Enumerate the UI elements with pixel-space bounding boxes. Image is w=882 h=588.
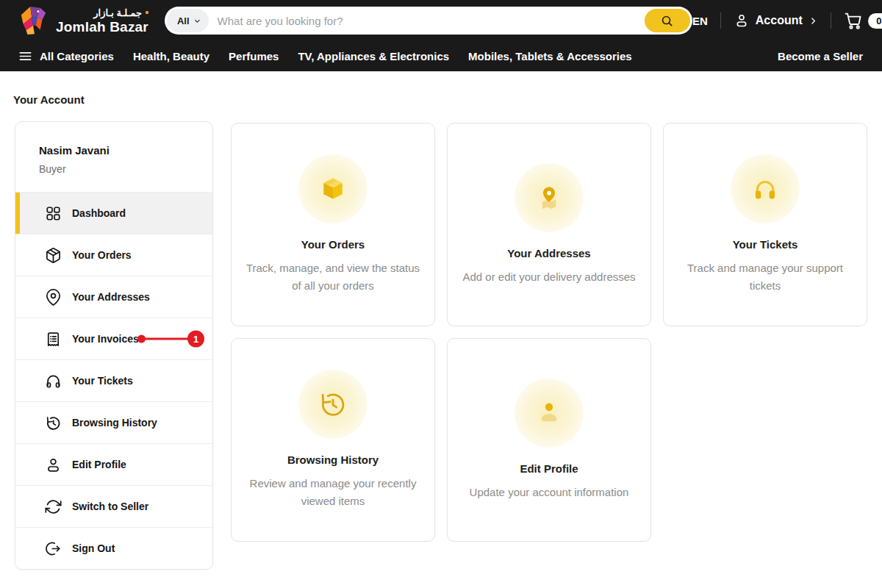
sidebar-item-label: Sign Out (72, 542, 115, 554)
user-icon (45, 456, 62, 473)
grid-icon (45, 205, 62, 222)
account-label: Account (756, 14, 803, 27)
sidebar-item-dashboard[interactable]: Dashboard (15, 192, 212, 234)
sidebar-item-your-tickets[interactable]: Your Tickets (15, 359, 212, 401)
card-description: Update your account information (470, 484, 629, 501)
card-title: Edit Profile (520, 462, 578, 475)
card-description: Track and manage your support tickets (675, 259, 855, 295)
sidebar-item-browsing-history[interactable]: Browsing History (15, 401, 212, 443)
person-icon (734, 12, 750, 29)
sidebar-item-sign-out[interactable]: Sign Out (15, 527, 212, 569)
header-right: EN Account 0 (692, 11, 882, 30)
icon-glow (514, 379, 584, 448)
annotation-line (144, 337, 189, 340)
sign-out-icon (45, 540, 62, 557)
breadcrumb: Your Account (0, 71, 882, 121)
card-title: Browsing History (287, 453, 379, 466)
sidebar-item-label: Dashboard (72, 207, 126, 219)
search-bar: All (165, 7, 692, 35)
card-edit-profile[interactable]: Edit ProfileUpdate your account informat… (447, 338, 651, 542)
annotation-marker: 1 (137, 331, 204, 348)
profile-person-icon (533, 397, 565, 429)
brand-latin-text: Jomlah Bazar (56, 20, 148, 34)
nav-link-health-beauty[interactable]: Health, Beauty (133, 50, 209, 62)
language-switcher[interactable]: EN (692, 15, 708, 27)
sidebar-item-label: Your Tickets (72, 375, 133, 387)
header: جمـلـة بـازار Jomlah Bazar All EN Accoun… (0, 0, 882, 41)
chevron-down-icon (193, 17, 201, 25)
nav-all-categories[interactable]: All Categories (18, 49, 114, 63)
card-your-orders[interactable]: Your OrdersTrack, manage, and view the s… (231, 123, 435, 326)
account-sidebar: Nasim Javani Buyer DashboardYour OrdersY… (15, 121, 213, 570)
sidebar-item-label: Your Orders (72, 249, 132, 261)
chevron-right-icon (808, 16, 818, 26)
brand-arabic-text: جمـلـة بـازار (56, 8, 148, 18)
user-role: Buyer (39, 163, 189, 175)
card-your-tickets[interactable]: Your TicketsTrack and manage your suppor… (663, 123, 867, 326)
headphones-icon (45, 373, 62, 390)
card-title: Your Addresses (507, 247, 590, 259)
search-button[interactable] (645, 9, 690, 32)
dashboard-cards: Your OrdersTrack, manage, and view the s… (231, 123, 867, 542)
headset-icon (749, 173, 781, 205)
icon-glow (298, 154, 368, 223)
hamburger-icon (18, 49, 32, 63)
search-input[interactable] (209, 15, 645, 27)
address-pin-icon (534, 182, 564, 213)
card-description: Track, manage, and view the status of al… (243, 259, 423, 295)
switch-icon (45, 498, 62, 515)
account-menu[interactable]: Account (734, 12, 818, 29)
account-page: Nasim Javani Buyer DashboardYour OrdersY… (0, 121, 882, 570)
sidebar-item-label: Your Addresses (72, 291, 150, 303)
nav-link-perfumes[interactable]: Perfumes (229, 50, 279, 62)
card-browsing-history[interactable]: Browsing HistoryReview and manage your r… (231, 338, 435, 542)
sidebar-item-your-addresses[interactable]: Your Addresses (15, 276, 212, 318)
sidebar-item-your-orders[interactable]: Your Orders (15, 234, 212, 276)
sidebar-menu: DashboardYour OrdersYour AddressesYour I… (15, 192, 212, 569)
icon-glow (731, 154, 800, 223)
orders-box-icon (318, 173, 348, 204)
card-title: Your Orders (301, 238, 365, 251)
brand-text: جمـلـة بـازار Jomlah Bazar (56, 8, 148, 34)
history-icon (45, 415, 62, 431)
map-pin-icon (45, 289, 62, 306)
card-description: Review and manage your recently viewed i… (243, 475, 423, 510)
icon-glow (514, 163, 584, 232)
logo-dot-icon (146, 11, 148, 14)
nav-link-tv-appliances-electronics[interactable]: TV, Appliances & Electronics (298, 50, 449, 62)
nav-link-mobiles-tablets-accessories[interactable]: Mobiles, Tablets & Accessories (468, 50, 632, 62)
card-your-addresses[interactable]: Your AddressesAdd or edit your delivery … (447, 123, 651, 326)
sidebar-item-label: Edit Profile (72, 459, 126, 470)
annotation-badge: 1 (187, 331, 204, 348)
invoice-icon (45, 331, 62, 348)
elephant-logo-icon (18, 4, 49, 37)
sidebar-item-switch-to-seller[interactable]: Switch to Seller (15, 485, 212, 527)
sidebar-item-label: Switch to Seller (72, 501, 148, 512)
cart-icon (844, 11, 863, 30)
sidebar-item-your-invoices[interactable]: Your Invoices1 (15, 318, 212, 359)
package-icon (45, 247, 62, 264)
search-icon (660, 14, 674, 28)
sidebar-item-label: Browsing History (72, 417, 157, 429)
divider (720, 12, 721, 29)
search-category-label: All (177, 15, 190, 26)
cart-button[interactable]: 0 (844, 11, 882, 30)
search-category-dropdown[interactable]: All (167, 9, 209, 32)
cart-count-badge: 0 (868, 13, 882, 29)
sidebar-item-edit-profile[interactable]: Edit Profile (15, 443, 212, 485)
icon-glow (298, 370, 368, 439)
divider (831, 12, 831, 29)
user-info: Nasim Javani Buyer (15, 122, 212, 192)
card-description: Add or edit your delivery addresses (462, 268, 635, 286)
brand-logo[interactable]: جمـلـة بـازار Jomlah Bazar (18, 4, 148, 37)
card-title: Your Tickets (733, 238, 798, 251)
user-name: Nasim Javani (39, 144, 189, 157)
history-clock-icon (317, 388, 349, 420)
sidebar-item-label: Your Invoices (72, 333, 139, 345)
become-a-seller-link[interactable]: Become a Seller (778, 50, 863, 62)
category-nav: All Categories Health, BeautyPerfumesTV,… (0, 41, 882, 71)
